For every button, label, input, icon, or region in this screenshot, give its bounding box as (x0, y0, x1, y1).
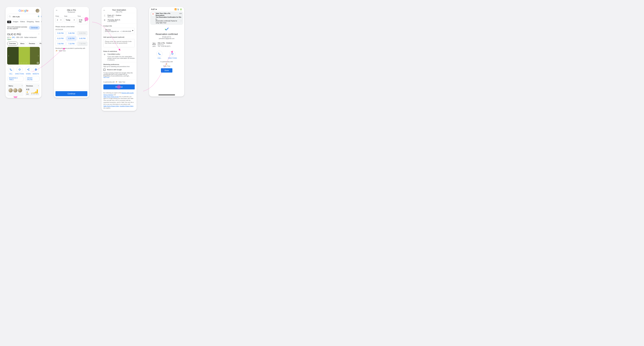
website-action[interactable]: WEBSITE (32, 66, 39, 75)
reservation-form-screen: ← Your reservation Olio e Più 🍴 Party of… (102, 7, 137, 111)
calendar-icon: 🗓 (104, 19, 106, 21)
call-icon (8, 66, 14, 72)
notif-more-icon[interactable]: ⋯ (180, 20, 182, 24)
svg-rect-4 (41, 16, 42, 17)
partner-line: In partnership with (104, 81, 115, 83)
call-action[interactable]: CALL (8, 66, 14, 75)
menu-card[interactable]: › Menu (7, 83, 24, 96)
call-label: CALL (158, 57, 161, 59)
kp-tab-photos[interactable]: Photos (38, 42, 42, 45)
time-summary: 6:30 PM (EDT) (108, 21, 120, 22)
carousel-prev-icon[interactable]: ‹ (8, 55, 9, 57)
see-more-link[interactable]: See more (104, 77, 135, 78)
ios-home-indicator[interactable] (158, 95, 175, 95)
chevron-down-icon: ▼ (84, 20, 86, 22)
place-type: Italian restaurant (24, 36, 36, 38)
special-request-input[interactable] (104, 39, 135, 47)
reviews-link[interactable]: (6K) (12, 36, 15, 38)
continue-button[interactable]: Continue (56, 91, 87, 96)
call-label: CALL (9, 73, 12, 75)
time-slot[interactable]: 5:30 PM (56, 31, 66, 35)
tab-images[interactable]: Images (13, 21, 18, 23)
header-title: Your reservation (102, 9, 137, 11)
search-input[interactable] (12, 15, 36, 18)
marketing-checkbox[interactable] (104, 69, 106, 71)
partner-tos-link[interactable]: Table Time's Terms of Use (104, 96, 119, 97)
selector-row: Party 2▼ Date Today▼ Time 6:30 PM▼ (54, 14, 89, 26)
chevron-right-icon: ▶ (132, 30, 134, 31)
directions-action[interactable]: DIRECTIONS (15, 66, 24, 75)
confirmation-email: johndoe12@gmail.com (149, 38, 184, 39)
ai-prompt-text: Get an AI-powered overview for this sear… (7, 26, 28, 29)
summary-time: Thu · 6:30 PM (EDT) (158, 45, 172, 47)
rule-title: Cancellation policy (108, 53, 120, 55)
time-slot[interactable]: 6:15 PM (56, 36, 66, 40)
order-online-button[interactable]: ORDER ONLINE (25, 76, 40, 81)
partner-privacy-link[interactable]: Table Time's Privacy Policy (104, 105, 119, 107)
time-slot[interactable]: 7:15 PM (66, 42, 76, 46)
generate-button[interactable]: Generate (29, 26, 40, 30)
rating-large: 4.6 (26, 88, 29, 91)
svg-point-6 (29, 68, 30, 69)
call-action[interactable]: CALL (156, 51, 162, 59)
tab-all[interactable]: All (7, 21, 11, 23)
account-avatar[interactable] (36, 9, 40, 13)
share-action[interactable]: SHARE (25, 66, 31, 75)
website-icon (33, 66, 39, 72)
contact-card[interactable]: ▶ John Doe johndoe12@gmail.com + 1 458-8… (104, 28, 135, 33)
reviews-card[interactable]: › Reviews 4.6 ★ (6K) 12345 (25, 83, 40, 96)
svg-line-10 (28, 70, 29, 70)
summary-place: Olio e Più · Outdoor (158, 42, 172, 44)
slot-category: OUTDOOR (54, 27, 89, 31)
party-select[interactable]: 2▼ (56, 18, 63, 22)
back-icon[interactable]: ← (103, 9, 106, 12)
more-icon[interactable]: ⋮ (38, 33, 40, 35)
header-subtitle: Restaurant (54, 11, 89, 13)
partner-name: Table Time (149, 65, 184, 67)
time-slot[interactable]: 7:00 PM (56, 42, 66, 46)
tab-news[interactable]: News (35, 21, 40, 23)
location-icon: ➤ (156, 8, 157, 10)
place-subtitle: 4.6 ★ (6K) · $50–100 · Italian restauran… (7, 36, 40, 40)
time-select[interactable]: 6:30 PM▼ (78, 18, 87, 24)
carousel-next-icon[interactable]: › (38, 55, 39, 57)
summary-block: 🍴 Party of 2 · Outdoor Olio e Più 🗓 Thur… (102, 13, 137, 23)
google-privacy-link[interactable]: Google's Privacy Policy (120, 105, 134, 107)
partner-line: In partnership with (149, 61, 184, 62)
mic-icon[interactable] (38, 15, 40, 18)
reserve-button[interactable]: Reserve (104, 84, 135, 89)
rating-histogram (31, 89, 38, 93)
lens-icon[interactable] (41, 15, 42, 18)
legal-text: By continuing you agree to the Reserve w… (102, 91, 137, 111)
tab-shopping[interactable]: Shopping (27, 21, 34, 23)
knowledge-panel: ⋮ OLIO E PIÙ 4.6 ★ (6K) · $50–100 · Ital… (6, 31, 42, 98)
back-icon[interactable]: ← (56, 9, 58, 12)
time-slot[interactable]: 6:45 PM (78, 36, 87, 40)
kp-tab-overview[interactable]: Overview (7, 42, 18, 45)
google-header: Google (6, 7, 42, 14)
tab-maps[interactable]: Maps (41, 21, 42, 23)
marketing-sub: Sign up for marketing and promotions fro… (104, 66, 135, 67)
done-button[interactable]: Done (161, 68, 172, 72)
date-select[interactable]: Today▼ (64, 18, 76, 22)
reservation-summary: 21 APR Olio e Più · Outdoor Party of 2 T… (149, 39, 184, 50)
hero-photo-carousel[interactable]: ‹ › • • • • • (7, 47, 40, 64)
table-time-icon (56, 50, 58, 52)
search-bar[interactable] (7, 14, 40, 19)
directions-action[interactable]: DIRECTIONS (168, 51, 177, 59)
kp-tab-menu[interactable]: Menu (18, 42, 26, 45)
push-notification[interactable]: M Table Time | Olio e Più Reservationsno… (150, 11, 183, 25)
date-summary: Thursday, April 21 (108, 19, 120, 21)
tab-videos[interactable]: Videos (20, 21, 25, 23)
google-logo: Google (18, 9, 28, 12)
kp-tabs: Overview Menu Reviews Photos (7, 42, 40, 45)
contact-name: John Doe (105, 29, 133, 31)
expand-icon[interactable] (37, 62, 39, 64)
reserve-table-button[interactable]: RESERVE A TABLE (7, 76, 24, 81)
confirm-block: In partnership with Table Time Reserve (102, 80, 137, 91)
time-slot[interactable]: 5:45 PM (66, 31, 76, 35)
marketing-heading: Marketing preferences (104, 64, 135, 65)
action-bar: CALL DIRECTIONS SHARE WEBSITE (7, 66, 40, 75)
time-slot[interactable]: 6:30 PM (66, 36, 76, 40)
kp-tab-reviews[interactable]: Reviews (27, 42, 37, 45)
